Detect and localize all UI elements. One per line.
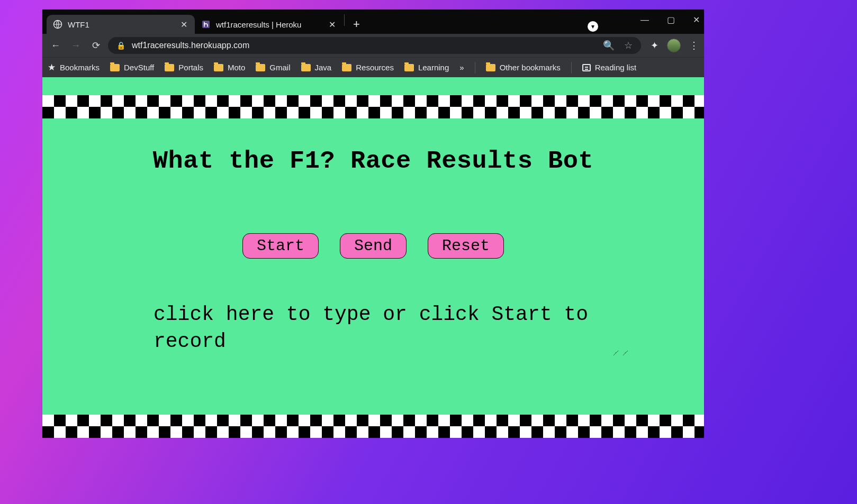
bookmark-folder-portals[interactable]: Portals [165,63,203,72]
bookmark-label: Learning [418,63,449,72]
browser-toolbar: ← → ⟳ 🔒 wtf1raceresults.herokuapp.com 🔍 … [42,34,704,57]
page-title: What the F1? Race Results Bot [42,147,704,175]
divider [571,62,572,74]
lock-icon: 🔒 [116,41,125,50]
close-window-icon[interactable]: ✕ [693,15,700,25]
start-button[interactable]: Start [242,233,319,259]
svg-rect-1 [202,21,210,28]
maximize-icon[interactable]: ▢ [667,15,675,25]
close-tab-icon[interactable]: ✕ [329,20,336,30]
window-controls: — ▢ ✕ [641,15,700,25]
bookmark-folder-resources[interactable]: Resources [342,63,394,72]
reading-list-icon [582,64,591,71]
folder-icon [301,64,311,71]
bookmarks-star[interactable]: ★ Bookmarks [48,62,100,73]
tab-wtf1[interactable]: WTF1 ✕ [47,15,195,34]
reading-list[interactable]: Reading list [582,63,636,72]
divider [475,62,475,74]
folder-icon [256,64,265,71]
bookmark-label: Resources [356,63,394,72]
bookmark-folder-devstuff[interactable]: DevStuff [110,63,154,72]
tab-strip: WTF1 ✕ wtf1raceresults | Heroku ✕ + [42,10,704,34]
extension-icons: ✦ ⋮ [645,39,699,52]
folder-icon [404,64,414,71]
chevron-double-icon: » [459,63,464,72]
bookmark-label: Bookmarks [60,63,100,72]
reload-button[interactable]: ⟳ [88,38,104,53]
heroku-icon [201,20,211,29]
tab-heroku[interactable]: wtf1raceresults | Heroku ✕ [195,15,343,34]
extensions-icon[interactable]: ✦ [651,40,658,51]
avatar[interactable] [667,39,681,52]
bookmark-folder-moto[interactable]: Moto [214,63,245,72]
input-placeholder: click here to type or click Start to rec… [154,301,630,355]
input-area[interactable]: click here to type or click Start to rec… [154,301,630,355]
tab-title: WTF1 [68,20,175,29]
bookmark-label: Portals [178,63,203,72]
forward-button[interactable]: → [68,38,84,53]
bookmark-label: DevStuff [124,63,154,72]
resize-handle-icon[interactable]: ⟋⟋ [611,347,630,359]
globe-icon [53,20,62,29]
address-bar[interactable]: 🔒 wtf1raceresults.herokuapp.com 🔍 ☆ [108,37,641,54]
kebab-menu-icon[interactable]: ⋮ [689,40,699,51]
reset-button[interactable]: Reset [428,233,504,259]
close-tab-icon[interactable]: ✕ [181,20,187,30]
bookmark-folder-gmail[interactable]: Gmail [256,63,290,72]
folder-icon [110,64,120,71]
folder-icon [214,64,223,71]
folder-icon [165,64,174,71]
folder-icon [486,64,495,71]
star-filled-icon: ★ [48,62,56,73]
bookmark-label: Java [315,63,332,72]
url-text: wtf1raceresults.herokuapp.com [132,41,597,50]
star-icon[interactable]: ☆ [624,40,633,51]
zoom-icon[interactable]: 🔍 [603,40,615,51]
bookmark-label: Reading list [595,63,636,72]
send-button[interactable]: Send [340,233,407,259]
bookmark-folder-learning[interactable]: Learning [404,63,449,72]
other-bookmarks[interactable]: Other bookmarks [486,63,561,72]
profile-dropdown-icon[interactable]: ▾ [588,21,598,32]
tab-divider [344,14,345,26]
bookmark-label: Gmail [269,63,290,72]
button-row: Start Send Reset [42,233,704,259]
browser-window: ▾ — ▢ ✕ WTF1 ✕ wtf1raceresults | Heroku … [42,10,704,438]
bookmark-label: Moto [228,63,245,72]
checkered-flag-bottom [42,415,704,438]
folder-icon [342,64,351,71]
bookmark-folder-java[interactable]: Java [301,63,332,72]
bookmarks-bar: ★ Bookmarks DevStuff Portals Moto Gmail … [42,57,704,77]
tab-title: wtf1raceresults | Heroku [216,20,323,29]
new-tab-button[interactable]: + [346,15,367,34]
checkered-flag-top [42,95,704,118]
back-button[interactable]: ← [48,38,64,53]
page-viewport: What the F1? Race Results Bot Start Send… [42,77,704,438]
bookmark-overflow[interactable]: » [459,63,464,72]
bookmark-label: Other bookmarks [500,63,561,72]
minimize-icon[interactable]: — [641,15,649,25]
